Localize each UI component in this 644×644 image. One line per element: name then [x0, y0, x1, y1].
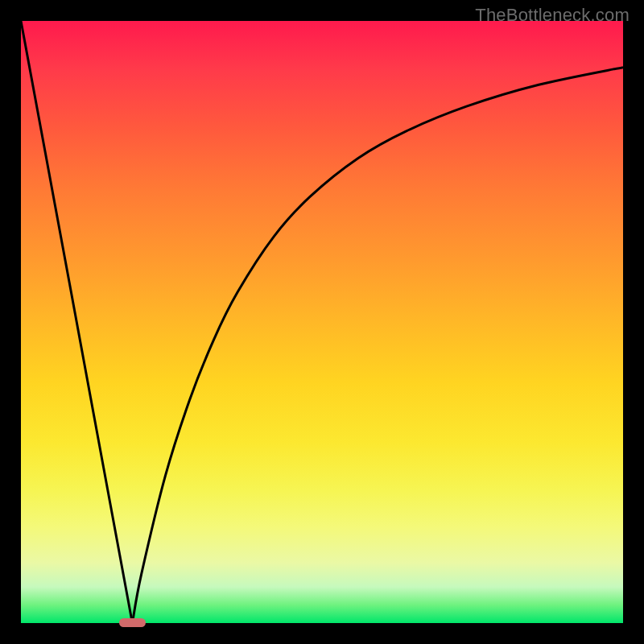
bottleneck-curve [21, 21, 623, 623]
curve-left-branch [21, 21, 132, 623]
plot-area [21, 21, 623, 623]
curve-right-branch [132, 68, 623, 623]
chart-frame: TheBottleneck.com [0, 0, 644, 644]
watermark-text: TheBottleneck.com [475, 5, 630, 26]
optimum-marker [119, 618, 147, 627]
